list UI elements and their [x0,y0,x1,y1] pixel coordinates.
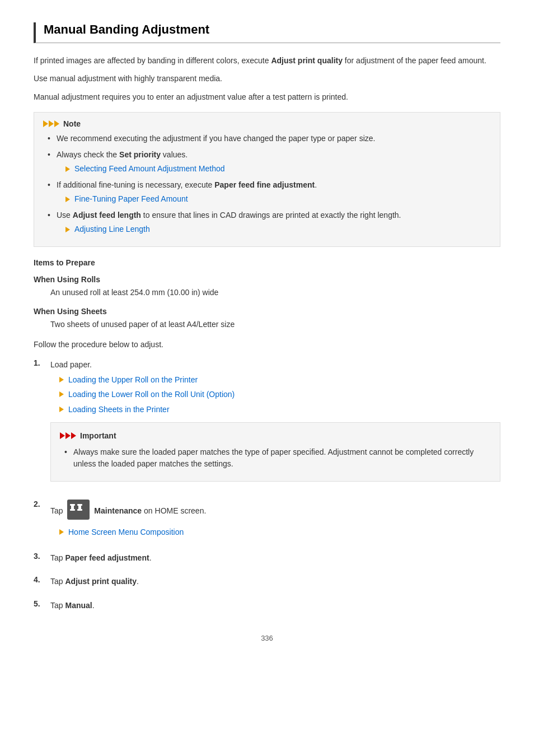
link-row-fine-tuning: Fine-Tuning Paper Feed Amount [65,193,491,205]
svg-rect-2 [70,504,75,506]
link-loading-sheets[interactable]: Loading Sheets in the Printer [68,403,170,416]
link-arrow-fine-tuning [65,197,70,202]
page-number: 336 [261,634,273,642]
note-item-1: We recommend executing the adjustment if… [48,133,491,144]
svg-rect-6 [77,509,82,511]
note-item-3: If additional fine-tuning is necessary, … [48,179,491,205]
step-5-number: 5. [34,599,50,608]
link-arrow-selecting-feed [65,166,70,172]
important-list: Always make sure the loaded paper matche… [60,446,491,470]
step-5-bold: Manual [65,601,92,610]
step-1-content: Load paper. Loading the Upper Roll on th… [50,358,500,488]
svg-rect-3 [70,509,75,511]
maintenance-icon-container [67,500,90,523]
note-item-4: Use Adjust feed length to ensure that li… [48,209,491,235]
note-header: Note [43,119,491,128]
note-item-2: Always check the Set priority values. Se… [48,149,491,175]
step-2: 2. Tap [34,500,500,540]
step-4-number: 4. [34,575,50,584]
note-list: We recommend executing the adjustment if… [43,133,491,235]
step-4-content: Tap Adjust print quality. [50,575,500,587]
link-arrow-lower-roll [59,391,64,397]
link-row-upper-roll: Loading the Upper Roll on the Printer [59,374,500,386]
step-5-text: Tap Manual. [50,601,95,610]
rolls-text: An unused roll at least 254.0 mm (10.00 … [34,286,500,298]
important-header: Important [60,430,491,442]
step-4: 4. Tap Adjust print quality. [34,575,500,587]
step-5: 5. Tap Manual. [34,599,500,612]
link-fine-tuning[interactable]: Fine-Tuning Paper Feed Amount [74,193,188,205]
sheets-heading: When Using Sheets [34,307,500,316]
sheets-text: Two sheets of unused paper of at least A… [34,318,500,330]
step-4-text: Tap Adjust print quality. [50,577,139,586]
steps-list: 1. Load paper. Loading the Upper Roll on… [34,358,500,612]
link-loading-lower[interactable]: Loading the Lower Roll on the Roll Unit … [68,388,235,400]
important-label: Important [80,430,116,442]
important-arrow-3 [71,432,76,439]
link-row-home-screen: Home Screen Menu Composition [59,526,500,538]
link-row-loading-sheets: Loading Sheets in the Printer [59,403,500,416]
note-arrow-1 [43,120,48,127]
step-3: 3. Tap Paper feed adjustment. [34,552,500,564]
note-arrow-3 [54,120,59,127]
step-2-number: 2. [34,500,50,508]
step-3-content: Tap Paper feed adjustment. [50,552,500,564]
link-loading-upper[interactable]: Loading the Upper Roll on the Printer [68,374,198,386]
link-home-screen[interactable]: Home Screen Menu Composition [68,526,184,538]
link-arrow-home-screen [59,529,64,535]
link-arrow-adjusting-line [65,227,70,232]
items-heading: Items to Prepare [34,258,500,267]
note-icon [43,120,60,127]
step-4-bold: Adjust print quality [65,577,137,586]
intro-bold-1: Adjust print quality [271,56,343,65]
note-box: Note We recommend executing the adjustme… [34,112,500,247]
link-arrow-loading-sheets [59,407,64,412]
link-arrow-upper-roll [59,377,64,382]
step-5-content: Tap Manual. [50,599,500,612]
note-bold-finefeed: Paper feed fine adjustment [214,180,315,189]
page-footer: 336 [34,634,500,642]
step-1-text: Load paper. [50,360,92,369]
link-row-selecting-feed: Selecting Feed Amount Adjustment Method [65,163,491,175]
important-item-1: Always make sure the loaded paper matche… [64,446,491,470]
important-icon [60,432,77,439]
intro-paragraph-3: Manual adjustment requires you to enter … [34,91,500,103]
title-section: Manual Banding Adjustment [34,22,500,43]
step-3-bold: Paper feed adjustment [65,553,149,562]
svg-rect-5 [77,504,82,506]
step-1-number: 1. [34,358,50,367]
step-3-text: Tap Paper feed adjustment. [50,553,152,562]
step-2-bold: Maintenance [94,506,142,515]
link-row-adjusting-line: Adjusting Line Length [65,223,491,235]
important-arrow-2 [65,432,71,439]
follow-text: Follow the procedure below to adjust. [34,338,500,351]
intro-paragraph-1: If printed images are affected by bandin… [34,54,500,67]
note-arrow-2 [49,120,54,127]
important-box: Important Always make sure the loaded pa… [50,422,500,482]
page-container: Manual Banding Adjustment If printed ima… [0,0,534,756]
step-1: 1. Load paper. Loading the Upper Roll on… [34,358,500,488]
note-label: Note [63,119,81,128]
link-row-lower-roll: Loading the Lower Roll on the Roll Unit … [59,388,500,400]
note-bold-setpriority: Set priority [119,150,161,159]
step-2-content: Tap [50,500,500,540]
step-2-text: Tap [50,506,206,515]
important-arrow-1 [60,432,65,439]
maintenance-icon-svg [67,500,90,520]
link-selecting-feed[interactable]: Selecting Feed Amount Adjustment Method [74,163,225,175]
note-bold-adjustfeed: Adjust feed length [73,211,141,220]
page-title: Manual Banding Adjustment [44,22,500,37]
link-adjusting-line[interactable]: Adjusting Line Length [74,223,150,235]
step-3-number: 3. [34,552,50,561]
rolls-heading: When Using Rolls [34,275,500,284]
intro-paragraph-2: Use manual adjustment with highly transp… [34,72,500,85]
